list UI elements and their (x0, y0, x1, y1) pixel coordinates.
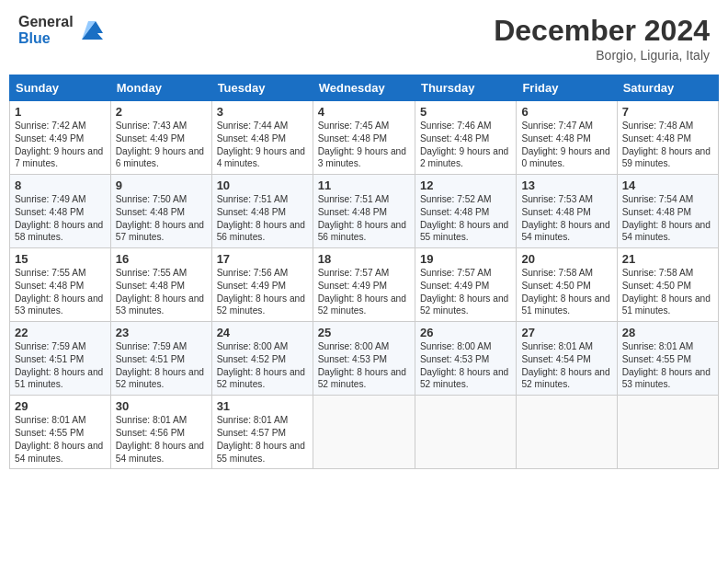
calendar-week-row: 8 Sunrise: 7:49 AM Sunset: 4:48 PM Dayli… (10, 175, 719, 248)
logo-blue-text: Blue (18, 30, 74, 47)
day-number: 12 (420, 178, 511, 192)
day-number: 15 (15, 252, 106, 266)
day-number: 4 (318, 105, 410, 119)
day-number: 20 (521, 252, 611, 266)
day-number: 17 (217, 252, 308, 266)
day-info: Sunrise: 7:46 AM Sunset: 4:48 PM Dayligh… (420, 121, 508, 168)
day-of-week-header: Saturday (617, 75, 718, 101)
location: Borgio, Liguria, Italy (494, 48, 710, 63)
day-info: Sunrise: 7:52 AM Sunset: 4:48 PM Dayligh… (420, 194, 508, 242)
calendar-day-cell: 26 Sunrise: 8:00 AM Sunset: 4:53 PM Dayl… (415, 322, 516, 396)
day-of-week-header: Thursday (415, 75, 516, 101)
calendar-day-cell: 29 Sunrise: 8:01 AM Sunset: 4:55 PM Dayl… (10, 396, 111, 469)
day-info: Sunrise: 7:45 AM Sunset: 4:48 PM Dayligh… (318, 121, 406, 168)
day-info: Sunrise: 7:55 AM Sunset: 4:48 PM Dayligh… (116, 268, 204, 316)
logo: General Blue (18, 14, 105, 46)
calendar-day-cell: 21 Sunrise: 7:58 AM Sunset: 4:50 PM Dayl… (617, 248, 718, 322)
calendar-week-row: 15 Sunrise: 7:55 AM Sunset: 4:48 PM Dayl… (10, 248, 719, 322)
day-number: 10 (217, 178, 308, 192)
calendar-day-cell: 30 Sunrise: 8:01 AM Sunset: 4:56 PM Dayl… (110, 396, 211, 469)
day-info: Sunrise: 8:01 AM Sunset: 4:54 PM Dayligh… (521, 341, 609, 389)
calendar-day-cell: 16 Sunrise: 7:55 AM Sunset: 4:48 PM Dayl… (110, 248, 211, 322)
calendar-day-cell: 23 Sunrise: 7:59 AM Sunset: 4:51 PM Dayl… (110, 322, 211, 396)
day-info: Sunrise: 7:51 AM Sunset: 4:48 PM Dayligh… (318, 194, 406, 242)
calendar-day-cell: 22 Sunrise: 7:59 AM Sunset: 4:51 PM Dayl… (10, 322, 111, 396)
day-of-week-header: Wednesday (313, 75, 415, 101)
month-title: December 2024 (494, 14, 710, 48)
day-info: Sunrise: 7:53 AM Sunset: 4:48 PM Dayligh… (521, 194, 609, 242)
day-of-week-header: Tuesday (211, 75, 313, 101)
calendar-day-cell (617, 396, 718, 469)
day-info: Sunrise: 7:55 AM Sunset: 4:48 PM Dayligh… (15, 268, 103, 316)
day-number: 13 (521, 178, 611, 192)
day-number: 22 (15, 326, 106, 339)
calendar-day-cell: 19 Sunrise: 7:57 AM Sunset: 4:49 PM Dayl… (415, 248, 516, 322)
logo-icon (77, 17, 105, 44)
day-number: 6 (521, 105, 611, 119)
day-number: 30 (116, 399, 207, 413)
calendar-header-row: SundayMondayTuesdayWednesdayThursdayFrid… (10, 75, 719, 101)
day-number: 25 (318, 326, 410, 339)
day-info: Sunrise: 8:01 AM Sunset: 4:55 PM Dayligh… (15, 415, 103, 463)
day-number: 14 (622, 178, 713, 192)
calendar-day-cell: 9 Sunrise: 7:50 AM Sunset: 4:48 PM Dayli… (110, 175, 211, 248)
day-number: 3 (217, 105, 308, 119)
day-info: Sunrise: 7:44 AM Sunset: 4:48 PM Dayligh… (217, 121, 305, 168)
day-info: Sunrise: 7:48 AM Sunset: 4:48 PM Dayligh… (622, 121, 711, 168)
day-info: Sunrise: 7:57 AM Sunset: 4:49 PM Dayligh… (420, 268, 508, 316)
day-info: Sunrise: 7:59 AM Sunset: 4:51 PM Dayligh… (15, 341, 103, 389)
calendar-day-cell: 24 Sunrise: 8:00 AM Sunset: 4:52 PM Dayl… (211, 322, 313, 396)
day-info: Sunrise: 7:58 AM Sunset: 4:50 PM Dayligh… (622, 268, 711, 316)
calendar-day-cell: 18 Sunrise: 7:57 AM Sunset: 4:49 PM Dayl… (313, 248, 415, 322)
day-of-week-header: Monday (110, 75, 211, 101)
day-number: 24 (217, 326, 308, 339)
calendar-day-cell: 2 Sunrise: 7:43 AM Sunset: 4:49 PM Dayli… (110, 101, 211, 175)
calendar-day-cell: 14 Sunrise: 7:54 AM Sunset: 4:48 PM Dayl… (617, 175, 718, 248)
calendar-day-cell: 10 Sunrise: 7:51 AM Sunset: 4:48 PM Dayl… (211, 175, 313, 248)
calendar-day-cell: 25 Sunrise: 8:00 AM Sunset: 4:53 PM Dayl… (313, 322, 415, 396)
day-info: Sunrise: 7:51 AM Sunset: 4:48 PM Dayligh… (217, 194, 305, 242)
day-info: Sunrise: 8:00 AM Sunset: 4:53 PM Dayligh… (420, 341, 508, 389)
day-number: 28 (622, 326, 713, 339)
day-info: Sunrise: 8:01 AM Sunset: 4:56 PM Dayligh… (116, 415, 204, 463)
day-info: Sunrise: 8:01 AM Sunset: 4:57 PM Dayligh… (217, 415, 305, 463)
day-number: 8 (15, 178, 106, 192)
calendar-day-cell: 6 Sunrise: 7:47 AM Sunset: 4:48 PM Dayli… (517, 101, 617, 175)
day-number: 21 (622, 252, 713, 266)
calendar-day-cell: 27 Sunrise: 8:01 AM Sunset: 4:54 PM Dayl… (517, 322, 617, 396)
calendar-day-cell: 20 Sunrise: 7:58 AM Sunset: 4:50 PM Dayl… (517, 248, 617, 322)
day-info: Sunrise: 7:47 AM Sunset: 4:48 PM Dayligh… (521, 121, 609, 168)
calendar-day-cell: 1 Sunrise: 7:42 AM Sunset: 4:49 PM Dayli… (10, 101, 111, 175)
day-number: 2 (116, 105, 207, 119)
logo-general-text: General (18, 14, 74, 30)
calendar-day-cell: 7 Sunrise: 7:48 AM Sunset: 4:48 PM Dayli… (617, 101, 718, 175)
calendar-week-row: 1 Sunrise: 7:42 AM Sunset: 4:49 PM Dayli… (10, 101, 719, 175)
day-info: Sunrise: 7:49 AM Sunset: 4:48 PM Dayligh… (15, 194, 103, 242)
day-info: Sunrise: 7:56 AM Sunset: 4:49 PM Dayligh… (217, 268, 305, 316)
day-info: Sunrise: 7:42 AM Sunset: 4:49 PM Dayligh… (15, 121, 103, 168)
day-info: Sunrise: 7:57 AM Sunset: 4:49 PM Dayligh… (318, 268, 406, 316)
day-info: Sunrise: 7:54 AM Sunset: 4:48 PM Dayligh… (622, 194, 711, 242)
day-number: 23 (116, 326, 207, 339)
day-number: 29 (15, 399, 106, 413)
day-number: 26 (420, 326, 511, 339)
day-number: 5 (420, 105, 511, 119)
calendar-week-row: 29 Sunrise: 8:01 AM Sunset: 4:55 PM Dayl… (10, 396, 719, 469)
calendar-day-cell: 11 Sunrise: 7:51 AM Sunset: 4:48 PM Dayl… (313, 175, 415, 248)
calendar-week-row: 22 Sunrise: 7:59 AM Sunset: 4:51 PM Dayl… (10, 322, 719, 396)
calendar-day-cell: 3 Sunrise: 7:44 AM Sunset: 4:48 PM Dayli… (211, 101, 313, 175)
day-number: 27 (521, 326, 611, 339)
page-header: General Blue December 2024 Borgio, Ligur… (9, 9, 719, 67)
calendar-day-cell: 13 Sunrise: 7:53 AM Sunset: 4:48 PM Dayl… (517, 175, 617, 248)
day-number: 11 (318, 178, 410, 192)
calendar-day-cell: 15 Sunrise: 7:55 AM Sunset: 4:48 PM Dayl… (10, 248, 111, 322)
day-info: Sunrise: 8:00 AM Sunset: 4:53 PM Dayligh… (318, 341, 406, 389)
day-number: 18 (318, 252, 410, 266)
day-number: 31 (217, 399, 308, 413)
calendar-day-cell (415, 396, 516, 469)
day-number: 9 (116, 178, 207, 192)
day-info: Sunrise: 8:01 AM Sunset: 4:55 PM Dayligh… (622, 341, 711, 389)
calendar-day-cell: 28 Sunrise: 8:01 AM Sunset: 4:55 PM Dayl… (617, 322, 718, 396)
day-of-week-header: Friday (517, 75, 617, 101)
day-info: Sunrise: 8:00 AM Sunset: 4:52 PM Dayligh… (217, 341, 305, 389)
